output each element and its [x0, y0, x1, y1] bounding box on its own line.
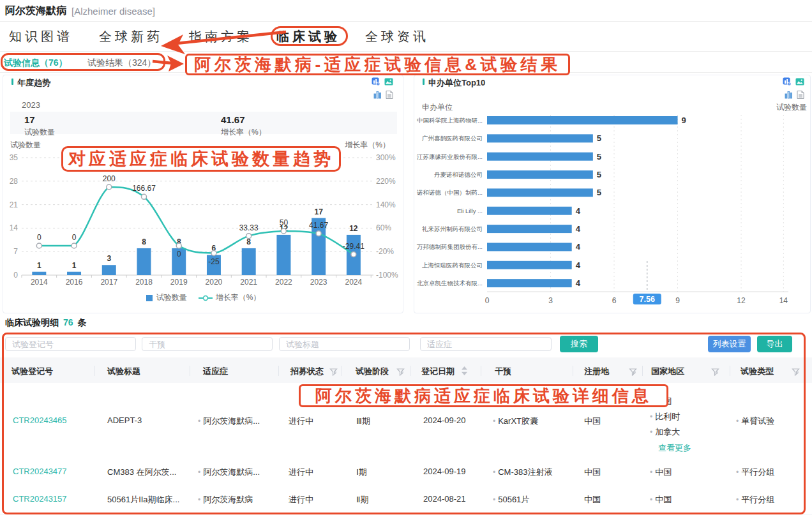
chart-legend: 试验数量增长率（%） [3, 292, 403, 303]
svg-text:5: 5 [597, 188, 601, 197]
country-item: •中国 [650, 467, 672, 478]
subtab-trial-info[interactable]: 试验信息（76） [4, 57, 68, 69]
column-separator [573, 366, 573, 376]
svg-text:33.33: 33.33 [239, 223, 259, 232]
svg-text:2017: 2017 [100, 278, 117, 287]
trial-title: CM383 在阿尔茨... [107, 467, 176, 478]
column-separator [342, 366, 342, 376]
export-button[interactable]: 导出 [757, 336, 792, 352]
table-row-CTR20243157: CTR2024315750561片IIa期临床...•阿尔茨海默病进行中Ⅱ期20… [0, 486, 812, 514]
svg-text:4: 4 [576, 278, 581, 288]
average-marker-badge: 7.56 [633, 294, 661, 304]
svg-text:50: 50 [280, 218, 289, 227]
svg-text:-25: -25 [208, 257, 220, 266]
intervention: •KarXT胶囊 [493, 416, 538, 427]
svg-text:9: 9 [682, 116, 686, 125]
annual-trend-chart: 0-100%7-20%1460%21140%28220%35300%试验数量增长… [3, 134, 403, 291]
filter-icon[interactable] [629, 367, 637, 378]
summary-trials-value: 17 [24, 114, 55, 125]
svg-text:2014: 2014 [31, 278, 48, 287]
column-separator [278, 366, 279, 376]
column-header-4: 试验阶段 [356, 366, 389, 377]
svg-text:14: 14 [10, 223, 19, 232]
svg-text:5: 5 [597, 152, 601, 161]
list-settings-button[interactable]: 列表设置 [708, 336, 751, 352]
legend-line-swatch [199, 295, 213, 301]
panel-tick [423, 79, 425, 85]
nav-divider [0, 51, 812, 52]
svg-text:12: 12 [737, 296, 746, 305]
export-image-icon[interactable] [795, 77, 804, 89]
export-image-icon[interactable] [384, 77, 393, 89]
recruit-status: 进行中 [289, 416, 313, 427]
column-header-1: 试验标题 [107, 366, 140, 377]
svg-text:0: 0 [485, 296, 490, 305]
svg-text:2022: 2022 [275, 278, 292, 287]
trial-phase: Ⅱ期 [356, 494, 368, 506]
trial-id-link[interactable]: CTR20243465 [13, 416, 67, 425]
search-input-indication[interactable] [420, 337, 552, 351]
filter-icon[interactable] [396, 367, 405, 378]
svg-text:2016: 2016 [66, 278, 83, 287]
nav-tab-clinical-trials[interactable]: 临床试验 [276, 28, 340, 45]
search-button[interactable]: 搜索 [560, 336, 598, 352]
svg-text:0: 0 [177, 250, 181, 258]
column-header-7: 注册地 [584, 366, 609, 377]
bar-chart-view-icon[interactable] [785, 90, 793, 101]
legend-bar-swatch [146, 294, 153, 302]
data-report-icon[interactable] [386, 90, 393, 101]
column-separator [642, 366, 643, 376]
svg-text:3: 3 [548, 296, 553, 305]
svg-text:增长率（%）: 增长率（%） [345, 140, 390, 149]
trial-title: 50561片IIa期临床... [107, 494, 179, 506]
chart-settings-icon[interactable] [372, 77, 380, 89]
column-separator [190, 366, 190, 376]
legend-item-line[interactable]: 增长率（%） [199, 292, 261, 303]
table-row-CTR20243477: CTR20243477CM383 在阿尔茨...•阿尔茨海默病...进行中Ⅰ期2… [0, 459, 812, 486]
nav-tab-global-drugs[interactable]: 全球新药 [99, 28, 163, 45]
svg-text:200: 200 [103, 174, 116, 183]
page: 阿尔茨海默病 [Alzheimer disease] 知识图谱 全球新药 指南方… [0, 0, 812, 517]
svg-text:-20%: -20% [376, 247, 394, 256]
trial-id-link[interactable]: CTR20243477 [13, 467, 67, 476]
search-input-registration-no[interactable] [5, 337, 136, 351]
chart-settings-icon[interactable] [783, 77, 792, 89]
trial-type: •单臂试验 [736, 416, 774, 427]
column-header-3: 招募状态 [290, 366, 324, 377]
sponsor-top10-panel: 申办单位Top10 申办单位试验数量03691214中国科学院上海药物研...9… [414, 75, 811, 313]
svg-text:礼来苏州制药有限公司: 礼来苏州制药有限公司 [422, 225, 483, 232]
filter-icon[interactable] [329, 367, 338, 378]
filter-icon[interactable] [711, 367, 719, 378]
legend-item-bar[interactable]: 试验数量 [146, 292, 187, 303]
svg-text:万邦德制药集团股份有...: 万邦德制药集团股份有... [417, 243, 483, 250]
svg-text:4: 4 [576, 224, 581, 234]
register-date: 2024-09-20 [423, 416, 466, 425]
trial-phase: Ⅰ期 [356, 467, 367, 478]
indication: •阿尔茨海默病... [198, 416, 260, 427]
recruit-status: 进行中 [289, 494, 313, 506]
svg-text:广州喜鹊医药有限公司: 广州喜鹊医药有限公司 [422, 135, 483, 142]
data-report-icon[interactable] [797, 90, 804, 101]
view-more-link[interactable]: 查看更多 [658, 442, 691, 454]
register-location: 中国 [584, 416, 601, 427]
annual-trend-panel: 年度趋势 2023 17 试验数量 41.67 增长率（%） 0-100%7-2… [3, 75, 403, 313]
sponsor-top10-title: 申办单位Top10 [428, 77, 485, 89]
bar-chart-view-icon[interactable] [373, 90, 382, 101]
sort-icon[interactable] [461, 366, 468, 378]
register-date: 2024-08-21 [423, 494, 466, 504]
svg-text:4: 4 [576, 206, 581, 216]
nav-tab-global-news[interactable]: 全球资讯 [365, 28, 429, 45]
svg-text:7: 7 [13, 247, 18, 256]
subtab-trial-results[interactable]: 试验结果（324） [87, 57, 156, 69]
trial-id-link[interactable]: CTR20243157 [13, 494, 67, 504]
column-separator [730, 366, 730, 376]
svg-text:21: 21 [10, 200, 19, 209]
nav-tab-guidelines[interactable]: 指南方案 [189, 28, 253, 45]
svg-text:60%: 60% [376, 223, 391, 232]
search-input-intervention[interactable] [142, 337, 273, 351]
search-input-trial-title[interactable] [279, 337, 410, 351]
summary-band: 17 试验数量 41.67 增长率（%） [10, 112, 397, 134]
svg-text:申办单位: 申办单位 [422, 103, 453, 112]
nav-tab-knowledge-graph[interactable]: 知识图谱 [9, 28, 73, 45]
filter-icon[interactable] [792, 367, 800, 378]
